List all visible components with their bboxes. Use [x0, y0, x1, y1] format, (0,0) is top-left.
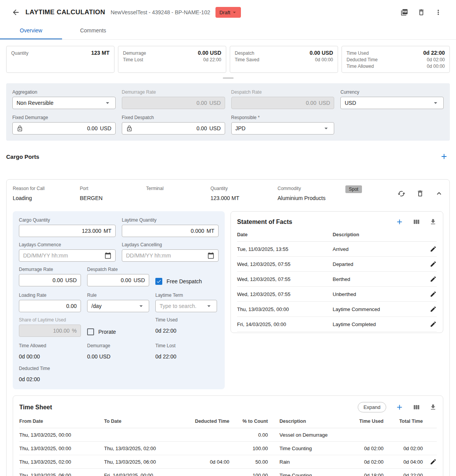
cargo-quantity-value[interactable]: [23, 228, 101, 234]
loading-rate-field: Loading Rate: [19, 293, 81, 312]
summary-value: 123 MT: [91, 50, 109, 56]
chevron-down-icon: [104, 99, 111, 107]
edit-pencil-icon[interactable]: [430, 261, 437, 267]
add-cargo-port-icon[interactable]: [440, 152, 448, 161]
collapse-chevron-up-icon[interactable]: [435, 189, 443, 198]
loading-rate-value[interactable]: [23, 303, 77, 309]
demurrage-rate-field: Demurrage Rate USD: [122, 89, 225, 109]
summary-value: 0d 22:00: [423, 50, 445, 56]
currency-select[interactable]: USD: [340, 97, 444, 109]
time-sheet-panel: Time Sheet Expand From Date To Date Dedu…: [13, 395, 443, 476]
expand-button[interactable]: Expand: [358, 402, 386, 412]
fixed-despatch-input[interactable]: USD: [122, 122, 225, 135]
download-icon[interactable]: [429, 218, 437, 225]
commodity-field: Commodity Aluminium Products: [278, 186, 344, 201]
laytime-quantity-input[interactable]: MT: [122, 225, 219, 237]
statement-of-facts-panel: Statement of Facts Date Description: [231, 211, 443, 333]
edit-pencil-icon[interactable]: [430, 276, 437, 283]
despatch-rate-label: Despatch Rate: [231, 89, 335, 95]
summary-card-despatch: Despatch 0.00 USD Time Saved 0d 00:00: [230, 46, 338, 73]
summary-label: Quantity: [11, 50, 29, 56]
summary-card-demurrage: Demurrage 0.00 USD Time Lost 0d 22:00: [118, 46, 226, 73]
tab-overview[interactable]: Overview: [0, 22, 62, 39]
laydays-commence-value[interactable]: [23, 252, 102, 259]
status-badge[interactable]: Draft: [215, 7, 241, 18]
calendar-icon[interactable]: [104, 252, 111, 259]
delete-port-icon[interactable]: [416, 190, 424, 197]
sof-row: Tue, 11/03/2025, 13:55 Arrived: [237, 242, 437, 257]
laydays-cancelling-field: Laydays Cancelling: [122, 242, 219, 262]
status-badge-label: Draft: [219, 10, 230, 15]
cargo-ports-header: Cargo Ports: [6, 152, 448, 161]
summary-label: Time Lost: [123, 57, 143, 62]
port-despatch-rate-value[interactable]: [91, 277, 131, 283]
chevron-down-icon: [205, 302, 213, 310]
share-of-laytime-input: %: [19, 325, 81, 337]
laydays-cancelling-value[interactable]: [126, 252, 205, 259]
add-timesheet-row-icon[interactable]: [395, 403, 404, 411]
responsible-select[interactable]: JPD: [231, 122, 335, 135]
sof-row: Wed, 12/03/2025, 07:55 Berthed: [237, 272, 437, 287]
summary-label: Time Allowed: [347, 64, 374, 69]
port-demurrage-rate-input[interactable]: USD: [19, 274, 81, 286]
fixed-despatch-label: Fixed Despatch: [122, 115, 225, 120]
time-allowed-stat: Time Allowed 0d 00:00: [19, 343, 81, 360]
edit-pencil-icon[interactable]: [430, 246, 437, 252]
edit-pencil-icon[interactable]: [430, 458, 437, 465]
loading-rate-input[interactable]: [19, 300, 81, 312]
free-despatch-checkbox[interactable]: Free Despatch: [155, 275, 217, 288]
sof-title: Statement of Facts: [237, 219, 292, 225]
prorate-checkbox[interactable]: Prorate: [87, 326, 149, 338]
port-despatch-rate-input[interactable]: USD: [87, 274, 149, 286]
sof-table-header: Date Description: [237, 226, 437, 242]
add-sof-row-icon[interactable]: [395, 218, 404, 226]
tab-comments[interactable]: Comments: [62, 22, 124, 39]
laydays-commence-field: Laydays Commence: [19, 242, 116, 262]
edit-pencil-icon[interactable]: [430, 321, 437, 328]
summary-label: Despatch: [235, 50, 254, 56]
laydays-commence-input[interactable]: [19, 249, 116, 262]
sof-row: Thu, 13/03/2025, 00:00 Laytime Commenced: [237, 302, 437, 317]
share-of-laytime-field: Share of Laytime Used %: [19, 317, 81, 338]
back-arrow-icon[interactable]: [12, 8, 20, 17]
more-options-icon[interactable]: [434, 8, 442, 16]
edit-pencil-icon[interactable]: [430, 306, 437, 313]
recalculate-icon[interactable]: [397, 190, 406, 198]
resize-handle[interactable]: [223, 77, 234, 79]
demurrage-rate-value: [126, 100, 207, 106]
aggregation-select[interactable]: Non Reversible: [12, 97, 116, 109]
export-pdf-icon[interactable]: [400, 8, 408, 16]
port-demurrage-rate-value[interactable]: [23, 277, 63, 283]
delete-icon[interactable]: [417, 8, 425, 16]
summary-value: 0d 02:00: [427, 57, 445, 62]
checkbox-unchecked-icon: [87, 328, 94, 335]
edit-pencil-icon[interactable]: [430, 291, 437, 298]
laydays-cancelling-input[interactable]: [122, 249, 219, 262]
summary-cards: Quantity 123 MT Demurrage 0.00 USD Time …: [0, 40, 456, 76]
port-actions: [397, 189, 443, 198]
fixed-demurrage-field: Fixed Demurrage USD: [12, 115, 116, 135]
free-despatch-label: Free Despatch: [167, 278, 202, 284]
columns-icon[interactable]: [413, 404, 420, 411]
fixed-despatch-value[interactable]: [135, 125, 207, 131]
prorate-label: Prorate: [98, 329, 116, 335]
time-used-stat: Time Used 0d 22:00: [155, 317, 217, 338]
port-demurrage-rate-field: Demurrage Rate USD: [19, 267, 81, 288]
aggregation-field: Aggregation Non Reversible: [12, 89, 116, 109]
sof-actions: [395, 218, 437, 226]
laytime-term-input[interactable]: [155, 300, 217, 312]
rule-select[interactable]: /day: [87, 300, 149, 312]
fixed-demurrage-label: Fixed Demurrage: [12, 115, 116, 120]
fixed-demurrage-input[interactable]: USD: [12, 122, 116, 135]
laytime-term-value[interactable]: [160, 303, 203, 309]
cargo-quantity-input[interactable]: MT: [19, 225, 116, 237]
rule-field: Rule /day: [87, 293, 149, 312]
time-lost-stat: Time Lost 0d 22:00: [155, 343, 217, 360]
columns-icon[interactable]: [413, 218, 420, 225]
fixed-demurrage-value[interactable]: [25, 125, 98, 131]
calendar-icon[interactable]: [207, 252, 214, 259]
laytime-quantity-value[interactable]: [126, 228, 204, 234]
summary-value: 0d 00:00: [315, 57, 333, 62]
header-actions: [400, 8, 442, 16]
download-icon[interactable]: [429, 404, 437, 411]
